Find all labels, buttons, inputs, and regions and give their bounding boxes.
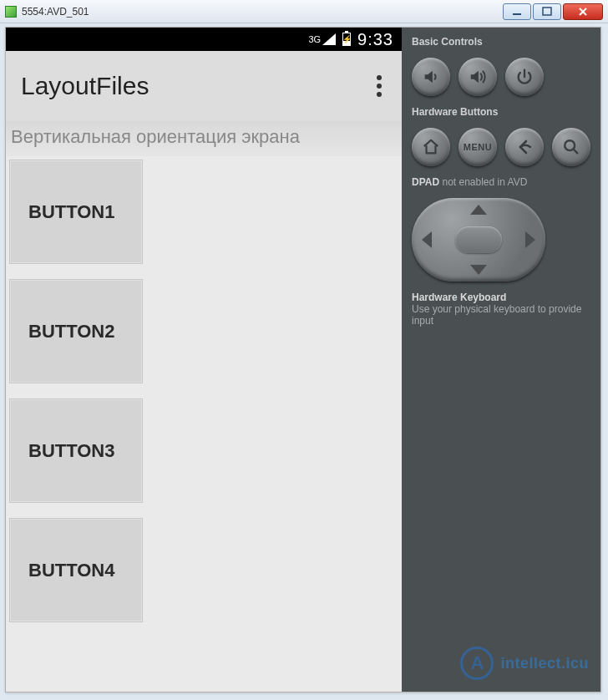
back-button[interactable] [505, 128, 544, 166]
volume-up-button[interactable] [459, 58, 497, 96]
overflow-menu-icon[interactable] [372, 70, 387, 102]
basic-controls-label: Basic Controls [412, 36, 590, 48]
dpad-down-icon[interactable] [470, 265, 487, 275]
menu-button-label: MENU [464, 142, 492, 152]
hardware-keyboard-note: Hardware Keyboard Use your physical keyb… [412, 292, 590, 327]
dpad-left-icon[interactable] [422, 231, 432, 248]
dpad-label-row: DPAD not enabled in AVD [412, 176, 590, 188]
button-2[interactable]: BUTTON2 [9, 279, 143, 383]
device-screen: 3G ⚡ 9:33 LayoutFiles Вертикальная ориен… [6, 28, 402, 692]
hk-title: Hardware Keyboard [412, 292, 590, 303]
minimize-button[interactable] [503, 3, 531, 20]
close-button[interactable] [563, 3, 603, 20]
clock: 9:33 [357, 30, 393, 49]
watermark-text: intellect.icu [500, 655, 589, 672]
maximize-button[interactable] [533, 3, 561, 20]
android-statusbar: 3G ⚡ 9:33 [6, 28, 402, 51]
menu-button[interactable]: MENU [459, 128, 497, 166]
window-titlebar: 5554:AVD_501 [0, 0, 608, 23]
app-icon [5, 6, 17, 18]
emulator-controls-panel: Basic Controls Hardware [402, 28, 600, 692]
dpad-status: not enabled in AVD [442, 176, 527, 188]
hk-sub: Use your physical keyboard to provide in… [412, 303, 581, 327]
network-indicator: 3G [308, 33, 336, 45]
svg-rect-1 [543, 8, 551, 15]
signal-icon [322, 33, 336, 45]
dpad-label: DPAD [412, 176, 439, 188]
svg-rect-0 [513, 13, 521, 15]
battery-icon: ⚡ [342, 33, 351, 46]
home-button[interactable] [412, 128, 450, 166]
power-button[interactable] [505, 58, 544, 96]
watermark-badge: A [460, 647, 494, 680]
dpad[interactable] [412, 198, 545, 282]
network-label: 3G [308, 34, 321, 44]
window-title: 5554:AVD_501 [22, 6, 503, 18]
button-4[interactable]: BUTTON4 [9, 518, 143, 622]
watermark: A intellect.icu [460, 647, 589, 680]
button-1[interactable]: BUTTON1 [9, 160, 143, 264]
action-bar: LayoutFiles [6, 51, 402, 121]
battery-indicator: ⚡ [342, 33, 351, 46]
content-area: Вертикальная ориентация экрана BUTTON1 B… [6, 121, 402, 692]
volume-down-button[interactable] [412, 58, 450, 96]
emulator-frame: 3G ⚡ 9:33 LayoutFiles Вертикальная ориен… [5, 27, 601, 692]
search-button[interactable] [552, 128, 590, 166]
orientation-label: Вертикальная ориентация экрана [6, 121, 402, 156]
window-controls [503, 3, 603, 20]
hardware-buttons-label: Hardware Buttons [412, 106, 590, 118]
button-3[interactable]: BUTTON3 [9, 398, 143, 503]
dpad-up-icon[interactable] [470, 205, 487, 215]
dpad-right-icon[interactable] [525, 231, 535, 248]
hardware-buttons-row: MENU [412, 128, 590, 166]
basic-controls-row [412, 58, 590, 96]
dpad-center[interactable] [455, 226, 502, 253]
app-title: LayoutFiles [21, 72, 149, 100]
